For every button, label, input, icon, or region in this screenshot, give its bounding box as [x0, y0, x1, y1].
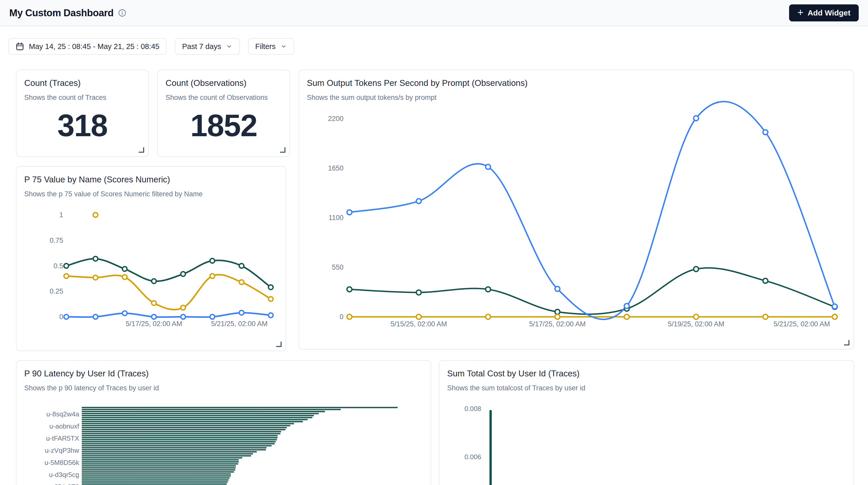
svg-text:5/15/25, 02:00 AM: 5/15/25, 02:00 AM	[391, 320, 447, 328]
add-widget-button[interactable]: + Add Widget	[789, 4, 859, 22]
svg-text:0.006: 0.006	[464, 453, 481, 461]
date-preset-value: Past 7 days	[182, 42, 221, 51]
p75-line-chart[interactable]: 10.750.50.2505/17/25, 02:00 AM5/21/25, 0…	[17, 166, 286, 351]
widget-tokens-per-second: Sum Output Tokens Per Second by Prompt (…	[299, 70, 854, 350]
svg-text:0: 0	[340, 313, 343, 321]
filters-label: Filters	[255, 42, 276, 51]
chevron-down-icon	[226, 43, 232, 50]
svg-text:5/17/25, 02:00 AM: 5/17/25, 02:00 AM	[529, 320, 586, 328]
svg-text:u-5M8D56k: u-5M8D56k	[44, 459, 80, 466]
svg-text:0: 0	[59, 313, 63, 321]
count-traces-value: 318	[24, 102, 141, 149]
date-range-picker[interactable]: May 14, 25 : 08:45 - May 21, 25 : 08:45	[8, 38, 166, 55]
svg-text:5/21/25, 02:00 AM: 5/21/25, 02:00 AM	[211, 320, 268, 328]
page-title: My Custom Dashboard	[9, 7, 114, 19]
resize-handle[interactable]	[276, 341, 282, 347]
svg-text:u-zVqP3hw: u-zVqP3hw	[45, 447, 79, 454]
svg-text:0.25: 0.25	[50, 287, 63, 295]
widget-subtitle: Shows the count of Traces	[24, 93, 141, 102]
info-icon[interactable]	[118, 9, 126, 17]
svg-text:0.5: 0.5	[53, 262, 63, 270]
widget-p75-value: P 75 Value by Name (Scores Numeric) Show…	[16, 166, 286, 351]
widget-title: Count (Traces)	[24, 78, 141, 88]
svg-text:2200: 2200	[328, 115, 343, 123]
filters-dropdown[interactable]: Filters	[248, 38, 294, 55]
svg-text:u-d3qr5cg: u-d3qr5cg	[49, 471, 79, 479]
cost-bar-chart[interactable]: 0.0080.006	[439, 361, 854, 485]
date-range-value: May 14, 25 : 08:45 - May 21, 25 : 08:45	[29, 42, 159, 51]
resize-handle[interactable]	[280, 147, 285, 153]
add-widget-label: Add Widget	[808, 8, 850, 17]
svg-text:5/19/25, 02:00 AM: 5/19/25, 02:00 AM	[668, 320, 724, 328]
calendar-icon	[16, 42, 24, 51]
widget-p90-latency: P 90 Latency by User Id (Traces) Shows t…	[16, 360, 431, 485]
header: My Custom Dashboard + Add Widget	[0, 0, 868, 26]
svg-text:u-8sq2w4a: u-8sq2w4a	[46, 410, 80, 418]
svg-text:550: 550	[332, 263, 343, 271]
svg-text:u-8fVa9T3: u-8fVa9T3	[49, 483, 79, 485]
widget-count-traces: Count (Traces) Shows the count of Traces…	[16, 70, 149, 157]
widget-sum-total-cost: Sum Total Cost by User Id (Traces) Shows…	[439, 360, 854, 485]
filter-bar: May 14, 25 : 08:45 - May 21, 25 : 08:45 …	[8, 38, 294, 55]
widget-subtitle: Shows the count of Observations	[165, 93, 282, 102]
resize-handle[interactable]	[844, 340, 849, 345]
p90-bar-chart[interactable]: u-8sq2w4au-aobnuxfu-tFAR5TXu-zVqP3hwu-5M…	[17, 361, 431, 485]
count-observations-value: 1852	[165, 102, 282, 149]
svg-text:1100: 1100	[329, 214, 343, 222]
widget-count-observations: Count (Observations) Shows the count of …	[157, 70, 290, 157]
resize-handle[interactable]	[139, 147, 144, 153]
svg-text:1650: 1650	[328, 164, 343, 172]
svg-text:0.75: 0.75	[50, 237, 63, 244]
svg-text:0.008: 0.008	[464, 405, 481, 413]
chevron-down-icon	[280, 43, 287, 50]
widget-title: Count (Observations)	[165, 78, 282, 88]
tokens-line-chart[interactable]: 22001650110055005/15/25, 02:00 AM5/17/25…	[299, 70, 854, 349]
svg-text:5/17/25, 02:00 AM: 5/17/25, 02:00 AM	[126, 320, 182, 328]
svg-text:1: 1	[59, 211, 63, 219]
svg-text:u-tFAR5TX: u-tFAR5TX	[46, 434, 79, 442]
svg-text:5/21/25, 02:00 AM: 5/21/25, 02:00 AM	[773, 320, 830, 328]
svg-text:u-aobnuxf: u-aobnuxf	[49, 422, 79, 430]
date-preset-dropdown[interactable]: Past 7 days	[175, 38, 240, 55]
